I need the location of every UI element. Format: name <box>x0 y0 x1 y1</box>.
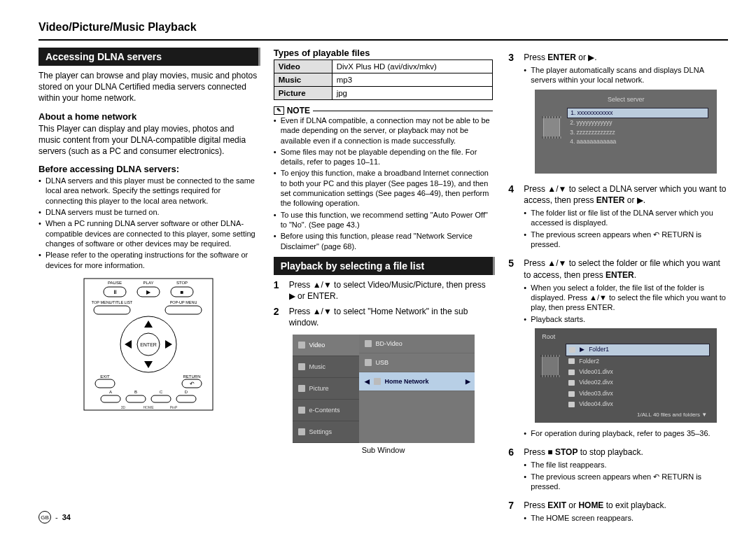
root-file-list-screen: Root ▶Folder1 Folder2 Video01.divx Video… <box>535 328 717 423</box>
svg-text:ENTER: ENTER <box>140 342 157 347</box>
subwin-right-item: BD-Video <box>359 335 475 353</box>
about-home-network-text: This Player can display and play movies,… <box>38 123 258 157</box>
file-list-footer: 1/ALL 40 files and folders ▼ <box>542 412 710 419</box>
type-key: Music <box>274 73 332 87</box>
sub-window-figure: Video Music Picture e-Contents Settings … <box>274 335 493 454</box>
language-badge: GB <box>38 511 51 524</box>
file-item: Folder2 <box>566 356 710 367</box>
svg-text:D: D <box>185 390 188 394</box>
svg-rect-23 <box>95 379 115 388</box>
server-item: 3. zzzzzzzzzzzzz <box>567 128 708 137</box>
note-list: Even if DLNA compatible, a connection ma… <box>274 115 493 251</box>
subwin-right-menu: BD-Video USB ◀Home Network▶ <box>359 335 475 443</box>
svg-text:C: C <box>160 390 163 394</box>
svg-text:PinP: PinP <box>170 405 178 409</box>
svg-text:HOME: HOME <box>143 405 154 409</box>
svg-marker-17 <box>144 321 153 328</box>
svg-rect-32 <box>151 395 171 402</box>
svg-text:TOP MENU/TITLE LIST: TOP MENU/TITLE LIST <box>92 300 133 304</box>
note-label: NOTE <box>287 106 310 115</box>
file-item: Video04.divx <box>566 399 710 409</box>
column-3: 3 Press ENTER or ▶. The player automatic… <box>508 48 728 532</box>
steps-col2: 1 Press ▲/▼ to select Video/Music/Pictur… <box>274 279 493 329</box>
music-icon <box>298 363 305 370</box>
type-val: mp3 <box>332 73 493 87</box>
video-file-icon <box>568 380 575 386</box>
folder-icon <box>569 347 575 353</box>
folder-icon <box>568 358 575 364</box>
subwin-left-item: Picture <box>293 378 359 400</box>
file-item: ▶Folder1 <box>566 344 710 356</box>
svg-marker-18 <box>144 361 153 368</box>
screen-title: Select server <box>535 95 717 104</box>
svg-text:▶: ▶ <box>146 289 151 295</box>
step-number: 3 <box>508 52 518 179</box>
file-types-table: Video DivX Plus HD (avi/divx/mkv) Music … <box>274 59 493 100</box>
note-item: To enjoy this function, make a broadband… <box>274 168 493 208</box>
note-item: To use this function, we recommend setti… <box>274 210 493 230</box>
before-item: Please refer to the operating instructio… <box>38 250 258 270</box>
step-bullet: When you select a folder, the file list … <box>524 283 728 313</box>
svg-text:EXIT: EXIT <box>100 374 110 379</box>
step-body: Press ENTER or ▶. The player automatical… <box>524 52 728 179</box>
step-number: 6 <box>508 447 518 496</box>
subwin-left-menu: Video Music Picture e-Contents Settings <box>293 335 359 443</box>
server-item: 1. xxxxxxxxxxxx <box>567 108 708 118</box>
svg-marker-20 <box>165 340 172 349</box>
econtents-icon <box>298 407 305 414</box>
screen-title: Root <box>542 332 710 341</box>
step-bullet: The file list reappears. <box>524 460 728 470</box>
usb-icon <box>365 359 372 366</box>
disc-icon <box>365 340 372 347</box>
sub-window-caption: Sub Window <box>274 446 493 454</box>
before-accessing-list: DLNA servers and this player must be con… <box>38 176 258 270</box>
picture-icon <box>298 385 305 392</box>
note-item: Some files may not be playable depending… <box>274 147 493 167</box>
select-server-screen: Select server 1. xxxxxxxxxxxx 2. yyyyyyy… <box>535 90 717 174</box>
svg-text:3D: 3D <box>121 405 126 409</box>
film-icon <box>543 118 560 137</box>
before-item: When a PC running DLNA server software o… <box>38 218 258 248</box>
page-title: Video/Picture/Music Playback <box>38 21 728 34</box>
subwin-left-item: e-Contents <box>293 400 359 421</box>
file-list: ▶Folder1 Folder2 Video01.divx Video02.di… <box>566 344 710 410</box>
server-list: 1. xxxxxxxxxxxx 2. yyyyyyyyyyyy 3. zzzzz… <box>567 108 708 147</box>
svg-text:RETURN: RETURN <box>183 374 200 379</box>
heading-accessing-dlna: Accessing DLNA servers <box>38 48 258 66</box>
video-file-icon <box>568 370 575 375</box>
step-body: Press ▲/▼ to select the folder or file w… <box>524 258 728 442</box>
step-body: Press ▲/▼ to select a DLNA server which … <box>524 183 728 254</box>
type-val: jpg <box>332 87 493 100</box>
remote-control-illustration: PAUSE PLAY STOP ⏸ ▶ ■ TOP MENU/TITLE LIS… <box>78 274 218 414</box>
note-item: Before using this function, please read … <box>274 231 493 251</box>
step-number: 5 <box>508 258 518 442</box>
intro-text: The player can browse and play movies, m… <box>38 70 258 104</box>
svg-text:B: B <box>134 390 137 394</box>
note-box: ✎ NOTE Even if DLNA compatible, a connec… <box>274 106 493 251</box>
settings-icon <box>298 428 305 435</box>
step-number: 1 <box>274 279 284 302</box>
svg-text:■: ■ <box>180 289 183 295</box>
page-footer: GB - 34 <box>38 511 71 524</box>
note-icon: ✎ <box>274 106 284 115</box>
step-body: Press ▲/▼ to select Video/Music/Picture,… <box>289 279 493 302</box>
file-item: Video02.divx <box>566 377 710 388</box>
video-file-icon <box>568 391 575 397</box>
column-1: Accessing DLNA servers The player can br… <box>38 48 258 532</box>
heading-playback-file-list: Playback by selecting a file list <box>274 257 493 275</box>
note-rule <box>313 111 493 111</box>
step-bullet: The HOME screen reappears. <box>524 513 728 523</box>
subwin-left-item: Video <box>293 335 359 356</box>
svg-text:A: A <box>109 390 112 394</box>
server-item: 4. aaaaaaaaaaaa <box>567 137 708 146</box>
video-icon <box>298 342 305 349</box>
sub-window-screen: Video Music Picture e-Contents Settings … <box>293 335 475 443</box>
title-rule <box>38 39 728 41</box>
svg-text:POP-UP MENU: POP-UP MENU <box>169 300 197 304</box>
type-key: Picture <box>274 87 332 100</box>
svg-marker-19 <box>125 340 132 349</box>
subwin-right-item: USB <box>359 353 475 372</box>
step-bullet: The player automatically scans and displ… <box>524 65 728 85</box>
home-icon <box>374 378 381 385</box>
film-icon <box>542 356 559 376</box>
